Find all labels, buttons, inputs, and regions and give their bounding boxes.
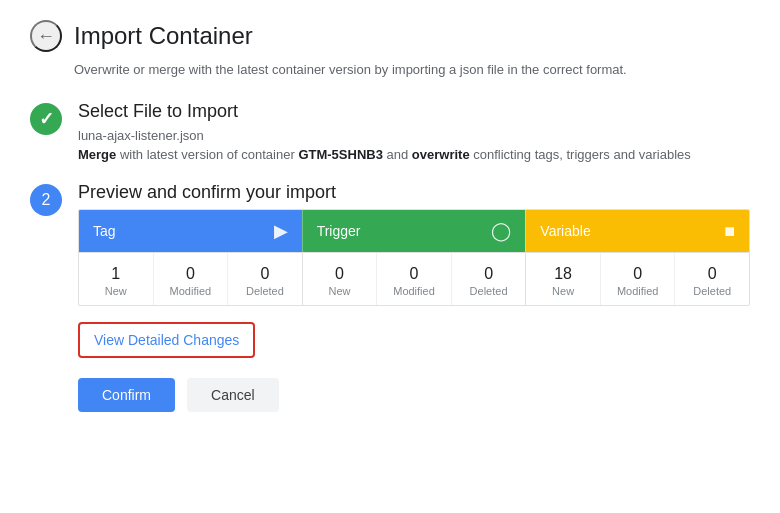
step1-merge-info: Merge with latest version of container G… (78, 147, 750, 162)
table-data-row: 1 New 0 Modified 0 Deleted (79, 252, 749, 305)
table-header-trigger: Trigger ◯ (302, 210, 526, 252)
variable-modified-cell: 0 Modified (601, 253, 676, 305)
page-title: Import Container (74, 22, 253, 50)
trigger-icon: ◯ (491, 220, 511, 242)
cancel-button[interactable]: Cancel (187, 378, 279, 412)
trigger-deleted-cell: 0 Deleted (452, 253, 526, 305)
tag-data-cell: 1 New 0 Modified 0 Deleted (79, 253, 302, 305)
step2-content: Preview and confirm your import Tag ▶ Tr… (78, 182, 750, 412)
step1-heading: Select File to Import (78, 101, 750, 122)
confirm-button[interactable]: Confirm (78, 378, 175, 412)
merge-text-mid: with latest version of container (116, 147, 298, 162)
step1-filename: luna-ajax-listener.json (78, 128, 750, 143)
trigger-data-cell: 0 New 0 Modified 0 Deleted (303, 253, 526, 305)
action-buttons: Confirm Cancel (78, 378, 750, 412)
tag-new-cell: 1 New (79, 253, 154, 305)
back-button[interactable]: ← (30, 20, 62, 52)
variable-deleted-cell: 0 Deleted (675, 253, 749, 305)
trigger-new-cell: 0 New (303, 253, 378, 305)
variable-new-cell: 18 New (526, 253, 601, 305)
page-description: Overwrite or merge with the latest conta… (74, 62, 750, 77)
tag-deleted-cell: 0 Deleted (228, 253, 302, 305)
step2-section: 2 Preview and confirm your import Tag ▶ … (30, 182, 750, 412)
variable-data-cell: 18 New 0 Modified 0 Deleted (526, 253, 749, 305)
view-changes-button[interactable]: View Detailed Changes (78, 322, 255, 358)
tag-icon: ▶ (274, 220, 288, 242)
tag-modified-cell: 0 Modified (154, 253, 229, 305)
import-table: Tag ▶ Trigger ◯ Variable ■ 1 Ne (78, 209, 750, 306)
step2-heading: Preview and confirm your import (78, 182, 750, 203)
overwrite-bold: overwrite (412, 147, 470, 162)
container-id: GTM-5SHNB3 (298, 147, 383, 162)
merge-text-mid2: and (383, 147, 412, 162)
variable-icon: ■ (724, 221, 735, 242)
step1-content: Select File to Import luna-ajax-listener… (78, 101, 750, 162)
back-icon: ← (37, 26, 55, 47)
merge-text-end: conflicting tags, triggers and variables (470, 147, 691, 162)
step1-section: ✓ Select File to Import luna-ajax-listen… (30, 101, 750, 162)
table-header-variable: Variable ■ (525, 210, 749, 252)
table-header-row: Tag ▶ Trigger ◯ Variable ■ (79, 210, 749, 252)
table-header-tag: Tag ▶ (79, 210, 302, 252)
merge-bold: Merge (78, 147, 116, 162)
step1-check-icon: ✓ (30, 103, 62, 135)
step2-number-icon: 2 (30, 184, 62, 216)
trigger-modified-cell: 0 Modified (377, 253, 452, 305)
